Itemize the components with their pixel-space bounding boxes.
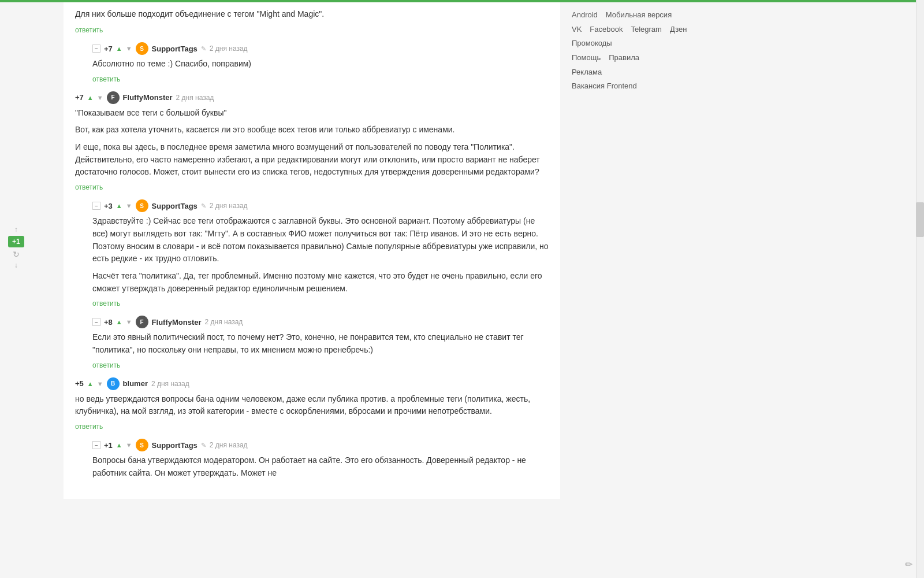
intro-text: Для них больше подходит объединение с те… bbox=[75, 8, 549, 20]
vote-down-button[interactable]: ▼ bbox=[97, 94, 103, 101]
comment-header: − +1 ▲ ▼ S SupportTags ✎ 2 дня назад bbox=[92, 439, 549, 451]
comment-header: − +8 ▲ ▼ F FluffyMonster 2 дня назад bbox=[92, 316, 549, 328]
comment-block: − +1 ▲ ▼ S SupportTags ✎ 2 дня назад Воп… bbox=[75, 439, 549, 479]
sidebar-row: AndroidМобильная версия bbox=[572, 8, 710, 23]
collapse-button[interactable]: − bbox=[92, 441, 100, 449]
vote-down-button[interactable]: ▼ bbox=[126, 442, 132, 449]
sidebar-link[interactable]: Android bbox=[572, 8, 598, 23]
sidebar-link[interactable]: Промокоды bbox=[572, 36, 612, 51]
sidebar-link[interactable]: Помощь bbox=[572, 51, 601, 65]
sidebar-row: Реклама bbox=[572, 65, 710, 80]
edit-icon[interactable]: ✎ bbox=[201, 45, 206, 53]
sidebar-link[interactable]: Реклама bbox=[572, 65, 602, 80]
vote-up-button[interactable]: ▲ bbox=[116, 442, 122, 449]
username[interactable]: FluffyMonster bbox=[123, 93, 173, 102]
vote-count: +8 bbox=[104, 318, 113, 327]
comment-text: Здравствуйте :) Сейчас все теги отобража… bbox=[92, 215, 549, 265]
vote-down-button[interactable]: ▼ bbox=[126, 202, 132, 209]
avatar: S bbox=[136, 42, 148, 55]
comment-text: И еще, пока вы здесь, в последнее время … bbox=[75, 141, 549, 179]
page-layout: Для них больше подходит объединение с те… bbox=[58, 2, 866, 499]
vote-badge[interactable]: +1 bbox=[8, 236, 24, 247]
comment-text: но ведь утверждаются вопросы бана одним … bbox=[75, 393, 549, 418]
sidebar: AndroidМобильная версияVKFacebookTelegra… bbox=[560, 2, 722, 499]
sidebar-row: Промокоды bbox=[572, 36, 710, 51]
username[interactable]: SupportTags bbox=[152, 202, 198, 210]
vote-down-button[interactable]: ▼ bbox=[126, 45, 132, 52]
vote-up-button[interactable]: ▲ bbox=[87, 380, 94, 387]
comment-body: Вопросы бана утверждаются модератором. О… bbox=[92, 454, 549, 479]
vote-down-button[interactable]: ▼ bbox=[97, 380, 103, 387]
vote-up-button[interactable]: ▲ bbox=[116, 318, 122, 325]
sidebar-link[interactable]: Facebook bbox=[590, 23, 623, 37]
sidebar-row: VKFacebookTelegramДзен bbox=[572, 23, 710, 37]
comment-header: − +3 ▲ ▼ S SupportTags ✎ 2 дня назад bbox=[92, 199, 549, 212]
timestamp: 2 дня назад bbox=[205, 318, 243, 326]
username[interactable]: SupportTags bbox=[152, 441, 198, 450]
comment-header: +7 ▲ ▼ F FluffyMonster 2 дня назад bbox=[75, 91, 549, 104]
timestamp: 2 дня назад bbox=[210, 202, 248, 210]
vote-down-button[interactable]: ▼ bbox=[126, 318, 132, 325]
comment-text: Насчёт тега "политика". Да, тег проблемн… bbox=[92, 270, 549, 295]
reply-link[interactable]: ответить bbox=[92, 75, 120, 83]
scrollbar-thumb[interactable] bbox=[916, 202, 924, 237]
avatar: F bbox=[136, 316, 148, 328]
collapse-button[interactable]: − bbox=[92, 45, 100, 53]
comment-block: +5 ▲ ▼ B blumer 2 дня назад но ведь утве… bbox=[75, 377, 549, 431]
vote-count: +3 bbox=[104, 202, 113, 210]
comment-text: Абсолютно по теме :) Спасибо, поправим) bbox=[92, 58, 549, 71]
sidebar-links: AndroidМобильная версияVKFacebookTelegra… bbox=[572, 8, 710, 94]
scroll-up-button[interactable]: ↑ bbox=[14, 225, 18, 234]
edit-icon[interactable]: ✎ bbox=[201, 202, 206, 210]
sidebar-row: Вакансия Frontend bbox=[572, 79, 710, 94]
avatar: S bbox=[136, 199, 148, 212]
vote-count: +1 bbox=[104, 441, 113, 450]
scrollbar-track[interactable] bbox=[916, 0, 924, 499]
reply-link[interactable]: ответить bbox=[75, 423, 103, 431]
main-content: Для них больше подходит объединение с те… bbox=[64, 2, 560, 499]
username[interactable]: SupportTags bbox=[152, 45, 198, 53]
sidebar-link[interactable]: Правила bbox=[609, 51, 639, 65]
comment-text: Вот, как раз хотела уточнить, касается л… bbox=[75, 124, 549, 136]
reply-link[interactable]: ответить bbox=[92, 361, 120, 369]
sidebar-link[interactable]: VK bbox=[572, 23, 582, 37]
sidebar-link[interactable]: Вакансия Frontend bbox=[572, 79, 637, 94]
comment-text: "Показываем все теги с большой буквы" bbox=[75, 107, 549, 120]
vote-up-button[interactable]: ▲ bbox=[87, 94, 94, 101]
sidebar-link[interactable]: Мобильная версия bbox=[606, 8, 672, 23]
intro-reply-link[interactable]: ответить bbox=[75, 26, 103, 34]
avatar: F bbox=[107, 91, 120, 104]
comment-body: Здравствуйте :) Сейчас все теги отобража… bbox=[92, 215, 549, 295]
comment-text: Если это явный политический пост, то поч… bbox=[92, 331, 549, 356]
comment-block: − +3 ▲ ▼ S SupportTags ✎ 2 дня назад Здр… bbox=[75, 199, 549, 307]
reply-link[interactable]: ответить bbox=[75, 183, 103, 191]
edit-icon[interactable]: ✎ bbox=[201, 442, 206, 449]
comment-body: Абсолютно по теме :) Спасибо, поправим) bbox=[92, 58, 549, 71]
avatar: S bbox=[136, 439, 148, 451]
intro-block: Для них больше подходит объединение с те… bbox=[75, 8, 549, 34]
timestamp: 2 дня назад bbox=[210, 45, 248, 53]
comment-header: +5 ▲ ▼ B blumer 2 дня назад bbox=[75, 377, 549, 390]
sidebar-link[interactable]: Telegram bbox=[631, 23, 661, 37]
username[interactable]: blumer bbox=[123, 379, 148, 388]
comment-block: +7 ▲ ▼ F FluffyMonster 2 дня назад "Пока… bbox=[75, 91, 549, 191]
timestamp: 2 дня назад bbox=[176, 94, 214, 102]
avatar: B bbox=[107, 377, 120, 390]
username[interactable]: FluffyMonster bbox=[152, 318, 202, 327]
timestamp: 2 дня назад bbox=[151, 380, 189, 388]
collapse-button[interactable]: − bbox=[92, 202, 100, 210]
vote-up-button[interactable]: ▲ bbox=[116, 202, 122, 209]
scroll-down-button[interactable]: ↓ bbox=[14, 261, 18, 269]
sidebar-link[interactable]: Дзен bbox=[670, 23, 687, 37]
comment-body: "Показываем все теги с большой буквы"Вот… bbox=[75, 107, 549, 179]
comments-container: − +7 ▲ ▼ S SupportTags ✎ 2 дня назад Абс… bbox=[75, 42, 549, 479]
comment-header: − +7 ▲ ▼ S SupportTags ✎ 2 дня назад bbox=[92, 42, 549, 55]
vote-up-button[interactable]: ▲ bbox=[116, 45, 122, 52]
reply-link[interactable]: ответить bbox=[92, 299, 120, 307]
comment-text: Вопросы бана утверждаются модератором. О… bbox=[92, 454, 549, 479]
vote-count: +5 bbox=[75, 379, 84, 388]
collapse-button[interactable]: − bbox=[92, 318, 100, 326]
scroll-controls: ↑ +1 ↻ ↓ bbox=[8, 225, 24, 269]
comment-block: − +8 ▲ ▼ F FluffyMonster 2 дня назад Есл… bbox=[75, 316, 549, 369]
refresh-icon[interactable]: ↻ bbox=[13, 250, 20, 259]
